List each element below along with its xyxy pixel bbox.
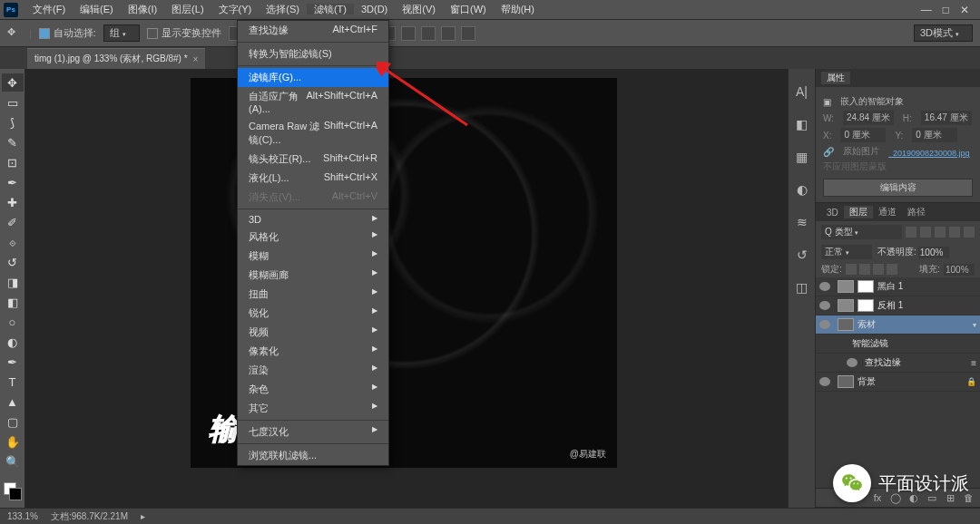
menu-item[interactable]: 像素化▶ (238, 342, 388, 361)
lock-all-icon[interactable] (887, 264, 897, 275)
menubar-item[interactable]: 选择(S) (259, 4, 307, 15)
menu-item[interactable]: 风格化▶ (238, 228, 388, 247)
distribute-icon[interactable] (421, 26, 436, 41)
lock-position-icon[interactable] (873, 264, 884, 275)
menu-item[interactable]: 查找边缘Alt+Ctrl+F (238, 21, 388, 40)
menu-item[interactable]: 杂色▶ (238, 380, 388, 399)
layers-tab[interactable]: 路径 (902, 206, 931, 218)
filter-type-icon[interactable] (935, 227, 946, 238)
menu-item[interactable]: 镜头校正(R)...Shift+Ctrl+R (238, 150, 388, 169)
close-icon[interactable]: ✕ (960, 4, 969, 16)
layers-tab[interactable]: 通道 (873, 206, 902, 218)
blur-tool[interactable]: ○ (2, 313, 24, 331)
filter-shape-icon[interactable] (949, 227, 960, 238)
visibility-eye-icon[interactable] (834, 339, 845, 348)
type-tool[interactable]: T (2, 373, 24, 391)
height-value[interactable]: 16.47 厘米 (921, 111, 972, 125)
doc-info[interactable]: 文档:968.7K/2.21M (51, 510, 128, 523)
filter-smart-icon[interactable] (964, 227, 975, 238)
adjustments-icon[interactable]: ◐ (794, 181, 810, 198)
visibility-eye-icon[interactable] (847, 358, 858, 367)
history-icon[interactable]: ↺ (794, 247, 810, 263)
width-value[interactable]: 24.84 厘米 (843, 111, 894, 125)
src-link[interactable]: _20190908230008.jpg (888, 149, 970, 158)
eyedropper-tool[interactable]: ✒ (2, 173, 24, 191)
visibility-eye-icon[interactable] (819, 320, 830, 329)
document-tab[interactable]: timg (1).jpg @ 133% (索材, RGB/8#) * × (27, 48, 205, 69)
auto-select-checkbox[interactable]: 自动选择: (39, 26, 96, 40)
menubar-item[interactable]: 滤镜(T) (307, 4, 354, 15)
layer-row[interactable]: 反相 1 (816, 296, 980, 315)
distribute-icon[interactable] (401, 26, 416, 41)
auto-select-dropdown[interactable]: 组 ▾ (103, 24, 140, 42)
menu-item[interactable]: 模糊▶ (238, 247, 388, 266)
menubar-item[interactable]: 文件(F) (25, 4, 73, 15)
canvas-area[interactable]: 输，一起扛 @易建联 (25, 69, 788, 508)
menu-item[interactable]: 模糊画廊▶ (238, 266, 388, 285)
quick-select-tool[interactable]: ✎ (2, 133, 24, 151)
menu-item[interactable]: 滤镜库(G)... (238, 68, 388, 87)
layers-tab[interactable]: 3D (821, 208, 844, 218)
background-swatch[interactable] (9, 488, 22, 500)
document-tab-close-icon[interactable]: × (193, 54, 199, 64)
menubar-item[interactable]: 帮助(H) (494, 4, 542, 15)
menu-item[interactable]: 七度汉化▶ (238, 422, 388, 442)
lasso-tool[interactable]: ⟆ (2, 113, 24, 131)
3d-mode-dropdown[interactable]: 3D模式 ▾ (914, 24, 973, 42)
filter-pixel-icon[interactable] (906, 227, 916, 238)
brush-tool[interactable]: ✐ (2, 213, 24, 231)
edit-content-button[interactable]: 编辑内容 (823, 179, 973, 197)
properties-tab[interactable]: 属性 (821, 72, 850, 84)
clone-stamp-tool[interactable]: ⟐ (2, 233, 24, 251)
layer-row[interactable]: 索材▾ (816, 315, 980, 335)
menubar-item[interactable]: 文字(Y) (211, 4, 260, 15)
minimize-icon[interactable]: — (921, 4, 932, 16)
color-icon[interactable]: ◧ (794, 116, 810, 132)
marquee-tool[interactable]: ▭ (2, 93, 24, 112)
lock-pixels-icon[interactable] (859, 264, 870, 275)
fill-input[interactable]: 100% (944, 264, 975, 276)
show-transform-checkbox[interactable]: 显示变换控件 (147, 26, 221, 40)
menu-item[interactable]: 液化(L)...Shift+Ctrl+X (238, 169, 388, 188)
visibility-eye-icon[interactable] (819, 282, 830, 291)
layer-filter-dropdown[interactable]: Q 类型 ▾ (821, 225, 902, 239)
menu-item[interactable]: 其它▶ (238, 399, 388, 418)
menu-item[interactable]: 扭曲▶ (238, 285, 388, 304)
menubar-item[interactable]: 编辑(E) (73, 4, 121, 15)
eraser-tool[interactable]: ◨ (2, 273, 24, 291)
swatches-icon[interactable]: ▦ (794, 149, 810, 165)
blend-mode-dropdown[interactable]: 正常 ▾ (821, 245, 872, 259)
filter-adjust-icon[interactable] (920, 227, 931, 238)
chevron-right-icon[interactable]: ▸ (141, 511, 145, 521)
layer-row[interactable]: 智能滤镜 (816, 335, 980, 354)
menubar-item[interactable]: 窗口(W) (443, 4, 494, 15)
distribute-icon[interactable] (441, 26, 456, 41)
crop-tool[interactable]: ⊡ (2, 153, 24, 171)
gradient-tool[interactable]: ◧ (2, 293, 24, 311)
menubar-item[interactable]: 3D(D) (354, 4, 395, 15)
menubar-item[interactable]: 视图(V) (395, 4, 443, 15)
dodge-tool[interactable]: ◐ (2, 333, 24, 351)
path-select-tool[interactable]: ▲ (2, 393, 24, 411)
menu-item[interactable]: 自适应广角(A)...Alt+Shift+Ctrl+A (238, 87, 388, 117)
history-brush-tool[interactable]: ↺ (2, 253, 24, 271)
libraries-icon[interactable]: A| (794, 83, 810, 100)
rectangle-tool[interactable]: ▢ (2, 412, 24, 431)
menubar-item[interactable]: 图像(I) (121, 4, 164, 15)
color-swatches[interactable] (0, 479, 24, 504)
channels-icon[interactable]: ◫ (794, 279, 810, 296)
opacity-input[interactable]: 100% (918, 247, 949, 258)
distribute-icon[interactable] (461, 26, 475, 41)
y-value[interactable]: 0 厘米 (912, 128, 957, 142)
menu-item[interactable]: 锐化▶ (238, 304, 388, 323)
layer-row[interactable]: 背景🔒 (816, 373, 980, 392)
layers-tab[interactable]: 图层 (844, 206, 873, 218)
layer-row[interactable]: 查找边缘≡ (816, 354, 980, 373)
layer-row[interactable]: 黑白 1 (816, 277, 980, 296)
visibility-eye-icon[interactable] (819, 301, 830, 310)
menu-item[interactable]: 浏览联机滤镜... (238, 446, 388, 465)
lock-transparent-icon[interactable] (846, 264, 857, 275)
move-tool[interactable]: ✥ (2, 73, 24, 92)
menu-item[interactable]: 视频▶ (238, 323, 388, 342)
menu-item[interactable]: Camera Raw 滤镜(C)...Shift+Ctrl+A (238, 117, 388, 150)
